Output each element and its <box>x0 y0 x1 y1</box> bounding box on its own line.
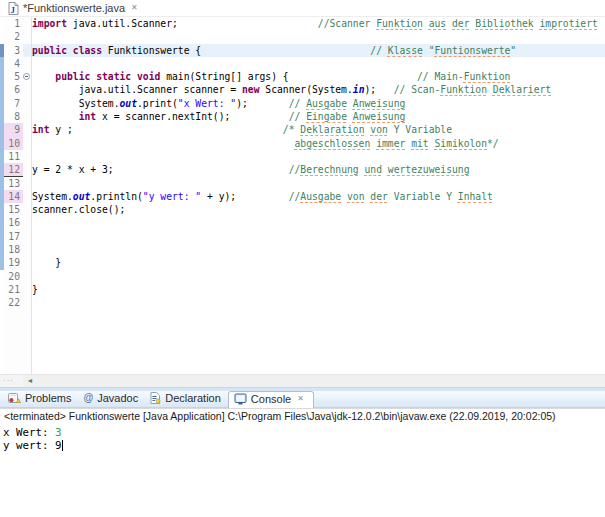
code-token: improtiert <box>540 18 598 29</box>
code-line[interactable]: 17 <box>0 230 605 243</box>
code-line[interactable]: 16 <box>0 216 605 229</box>
line-number[interactable]: 14 <box>4 190 23 203</box>
line-number[interactable]: 17 <box>4 230 23 243</box>
code-token: int <box>79 111 97 122</box>
code-line[interactable]: 7 System.out.print("x Wert: "); // Ausga… <box>0 97 605 110</box>
editor-tab-funktionswerte[interactable]: J *Funktionswerte.java ✕ <box>3 2 145 15</box>
code-line[interactable]: 18 <box>0 243 605 256</box>
tab-declaration[interactable]: Declaration <box>145 391 228 407</box>
scrollbar-track[interactable] <box>37 375 605 387</box>
code-line[interactable]: 20 <box>0 270 605 283</box>
code-line[interactable]: 9int y ; /* Deklaration von Y Variable <box>0 123 605 136</box>
code-line[interactable]: 11 <box>0 150 605 163</box>
horizontal-scrollbar[interactable]: ··· ◄ <box>0 374 605 387</box>
code-token: von <box>347 191 365 202</box>
code-line[interactable]: 2 <box>0 30 605 43</box>
scroll-left-icon[interactable]: ◄ <box>23 377 37 384</box>
code-line[interactable]: 1import java.util.Scanner; //Scanner Fun… <box>0 17 605 30</box>
console-output[interactable]: x Wert: 3y wert: 9 <box>0 423 605 517</box>
code-line[interactable]: 6 java.util.Scanner scanner = new Scanne… <box>0 83 605 96</box>
tab-problems[interactable]: Problems <box>3 391 78 407</box>
declaration-icon <box>150 392 161 404</box>
line-number[interactable]: 8 <box>4 110 23 123</box>
line-number[interactable]: 1 <box>4 17 23 30</box>
code-line[interactable]: 13 <box>0 177 605 190</box>
line-number[interactable]: 2 <box>4 30 23 43</box>
code-text <box>32 57 605 70</box>
line-number[interactable]: 20 <box>4 270 23 283</box>
fold-column <box>23 83 32 96</box>
code-token: " <box>423 45 435 56</box>
line-number[interactable]: 18 <box>4 243 23 256</box>
grip-dots-icon: ··· <box>0 375 23 387</box>
code-token: void <box>137 71 160 82</box>
line-number[interactable]: 3 <box>4 44 23 57</box>
fold-column <box>23 203 32 216</box>
tab-console[interactable]: Console✕ <box>228 391 314 408</box>
code-token: Funktion <box>464 71 511 82</box>
code-token: Funktion <box>440 84 487 95</box>
code-token: 3 <box>55 426 62 439</box>
problems-icon <box>8 392 21 404</box>
code-token <box>201 45 370 56</box>
code-editor[interactable]: 1import java.util.Scanner; //Scanner Fun… <box>0 17 605 387</box>
line-number[interactable]: 15 <box>4 203 23 216</box>
code-text: abgeschlossen immer mit Simikolon*/ <box>32 137 605 150</box>
javadoc-icon: @ <box>83 393 93 403</box>
line-number[interactable]: 7 <box>4 97 23 110</box>
code-token: // <box>370 45 388 56</box>
code-line[interactable]: 8 int x = scanner.nextInt(); // Eingabe … <box>0 110 605 123</box>
code-line[interactable]: 10 abgeschlossen immer mit Simikolon*/ <box>0 137 605 150</box>
code-token: " <box>510 45 516 56</box>
code-line[interactable]: 5 public static void main(String[] args)… <box>0 70 605 83</box>
line-number[interactable]: 5 <box>4 70 23 83</box>
code-token: x Wert: <box>3 426 55 439</box>
code-token: } <box>32 284 38 295</box>
code-token: .println( <box>90 191 143 202</box>
code-text: scanner.close(); <box>32 203 605 216</box>
code-line[interactable]: 12y = 2 * x + 3; //Berechnung und wertez… <box>0 163 605 176</box>
code-token <box>114 164 289 175</box>
code-line[interactable]: 19 } <box>0 256 605 269</box>
fold-column <box>23 270 32 283</box>
line-number[interactable]: 6 <box>4 83 23 96</box>
fold-column <box>23 190 32 203</box>
close-icon[interactable]: ✕ <box>129 3 140 13</box>
code-token: new <box>242 84 260 95</box>
code-text: y = 2 * x + 3; //Berechnung und wertezuw… <box>32 163 605 176</box>
code-line[interactable]: 21} <box>0 283 605 296</box>
line-number[interactable]: 21 <box>4 283 23 296</box>
line-number[interactable]: 19 <box>4 256 23 269</box>
line-number[interactable]: 16 <box>4 216 23 229</box>
code-line[interactable]: 14System.out.println("y wert: " + y); //… <box>0 190 605 203</box>
line-number[interactable]: 12 <box>4 163 23 176</box>
code-token: // <box>289 98 307 109</box>
line-number[interactable]: 22 <box>4 296 23 309</box>
code-token: Scanner(System. <box>259 84 352 95</box>
code-token: Funktion <box>376 18 423 29</box>
code-token: // Scan- <box>394 84 441 95</box>
code-line[interactable]: 4 <box>0 57 605 70</box>
code-token: x = scanner.nextInt(); <box>96 111 288 122</box>
line-number[interactable]: 9 <box>4 123 23 136</box>
code-token: Simikolon <box>435 138 488 149</box>
code-token: aus <box>429 18 447 29</box>
code-token: //Scanner <box>318 18 376 29</box>
line-number[interactable]: 13 <box>4 177 23 190</box>
code-token: .print( <box>137 98 178 109</box>
line-number[interactable]: 4 <box>4 57 23 70</box>
editor-tab-title: *Funktionswerte.java <box>23 2 125 14</box>
line-number[interactable]: 10 <box>4 137 23 150</box>
code-line[interactable]: 15scanner.close(); <box>0 203 605 216</box>
code-token: "x Wert: " <box>178 98 236 109</box>
close-icon[interactable]: ✕ <box>295 394 306 404</box>
collapse-icon[interactable] <box>23 73 30 80</box>
line-number[interactable]: 11 <box>4 150 23 163</box>
code-token: wertezuweisung <box>388 164 470 175</box>
code-line[interactable]: 3public class Funktionswerte { // Klasse… <box>0 44 605 57</box>
code-token: Ausgabe <box>300 191 341 202</box>
code-text <box>32 216 605 229</box>
code-line[interactable]: 22 <box>0 296 605 309</box>
code-token: und <box>364 164 382 175</box>
tab-javadoc[interactable]: @Javadoc <box>78 391 145 407</box>
